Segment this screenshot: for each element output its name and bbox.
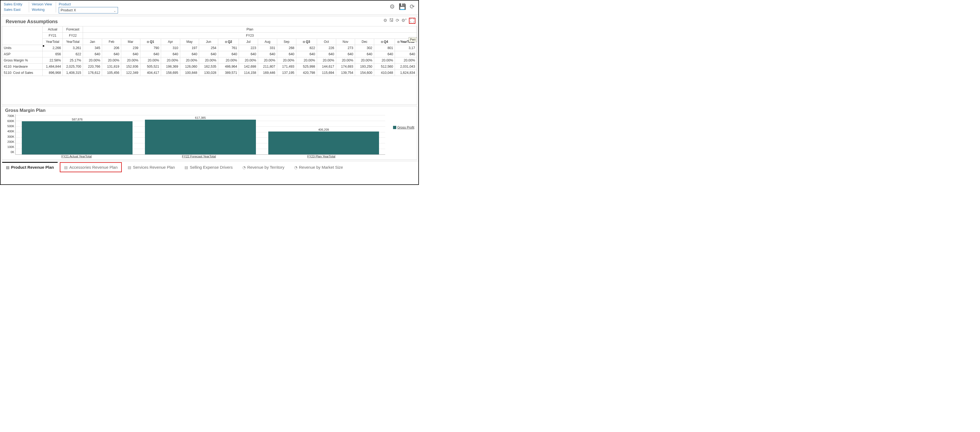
save-icon[interactable]: 💾	[399, 3, 406, 10]
grid-cell[interactable]: 822	[296, 45, 317, 51]
grid-cell[interactable]: 640	[277, 51, 296, 57]
grid-cell[interactable]: 2,266	[43, 45, 63, 51]
collapse-icon[interactable]: ⊟	[147, 40, 149, 43]
grid-cell[interactable]: 20.00%	[140, 57, 161, 64]
grid-cell[interactable]: 20.00%	[102, 57, 121, 64]
grid-cell[interactable]: 640	[355, 51, 374, 57]
grid-cell[interactable]: 640	[296, 51, 317, 57]
tab-revenue-by-market-size[interactable]: ◔Revenue by Market Size	[290, 163, 347, 172]
grid-cell[interactable]: 20.00%	[258, 57, 277, 64]
grid-cell[interactable]: 239	[121, 45, 140, 51]
grid-cell[interactable]: 211,807	[258, 64, 277, 70]
grid-cell[interactable]: 640	[239, 51, 258, 57]
grid-cell[interactable]: 154,600	[355, 70, 374, 76]
grid-cell[interactable]: 20.00%	[317, 57, 336, 64]
chart-legend[interactable]: Gross Profit	[393, 126, 414, 129]
grid-cell[interactable]: 640	[83, 51, 102, 57]
chart-bar[interactable]: 617,385	[145, 116, 256, 155]
grid-cell[interactable]: 410,048	[374, 70, 395, 76]
row-header[interactable]: Gross Margin %	[2, 57, 43, 64]
grid-cell[interactable]: 331	[258, 45, 277, 51]
colhdr-q3[interactable]: ⊟Q3	[296, 39, 317, 45]
grid-cell[interactable]: 25.17%	[63, 57, 83, 64]
tab-selling-expense-drivers[interactable]: ▤Selling Expense Drivers	[181, 163, 236, 172]
revenue-grid[interactable]: Actual Forecast Plan FY21 FY22 FY23 Year…	[2, 26, 417, 76]
colhdr-q2[interactable]: ⊟Q2	[218, 39, 239, 45]
panel-refresh-icon[interactable]: ⟳	[396, 18, 399, 24]
tab-product-revenue-plan[interactable]: ▤Product Revenue Plan	[2, 162, 58, 172]
panel-save-icon[interactable]: 🖫	[389, 18, 394, 24]
grid-cell[interactable]: 3,261	[63, 45, 83, 51]
grid-cell[interactable]: 20.00%	[121, 57, 140, 64]
grid-cell[interactable]: 22.58%	[43, 57, 63, 64]
grid-cell[interactable]: 389,571	[218, 70, 239, 76]
grid-cell[interactable]: 226	[317, 45, 336, 51]
grid-cell[interactable]: 404,417	[140, 70, 161, 76]
grid-cell[interactable]: 20.00%	[199, 57, 218, 64]
tab-revenue-by-territory[interactable]: ◔Revenue by Territory	[239, 163, 288, 172]
grid-cell[interactable]: 486,964	[218, 64, 239, 70]
grid-cell[interactable]: 273	[336, 45, 355, 51]
grid-cell[interactable]: 505,521	[140, 64, 161, 70]
grid-cell[interactable]: 640	[140, 51, 161, 57]
colhdr-q1[interactable]: ⊟Q1	[140, 39, 161, 45]
colhdr-q4[interactable]: ⊟Q4	[374, 39, 395, 45]
grid-cell[interactable]: 302	[355, 45, 374, 51]
grid-cell[interactable]: 622	[63, 51, 83, 57]
grid-cell[interactable]: 130,028	[199, 70, 218, 76]
panel-settings-icon[interactable]: ⚙	[383, 18, 387, 24]
grid-cell[interactable]: 2,031,043	[395, 64, 417, 70]
row-header[interactable]: ASP	[2, 51, 43, 57]
grid-cell[interactable]: 3,17	[395, 45, 417, 51]
grid-cell[interactable]: 656	[43, 51, 63, 57]
tab-accessories-revenue-plan[interactable]: ▤Accessories Revenue Plan	[60, 162, 122, 172]
grid-cell[interactable]: 1,624,834	[395, 70, 417, 76]
grid-cell[interactable]: 176,612	[83, 70, 102, 76]
grid-cell[interactable]: 20.00%	[336, 57, 355, 64]
grid-cell[interactable]: 640	[180, 51, 199, 57]
grid-cell[interactable]: 20.00%	[395, 57, 417, 64]
grid-cell[interactable]: 525,998	[296, 64, 317, 70]
grid-cell[interactable]: 144,617	[317, 64, 336, 70]
grid-cell[interactable]: 254	[199, 45, 218, 51]
product-select[interactable]: Product X ⌄	[59, 7, 118, 13]
grid-cell[interactable]: 20.00%	[239, 57, 258, 64]
settings-icon[interactable]: ⚙	[390, 3, 395, 10]
grid-cell[interactable]: 114,158	[239, 70, 258, 76]
chart-bar[interactable]: 587,876	[22, 118, 133, 155]
grid-cell[interactable]: 20.00%	[277, 57, 296, 64]
grid-cell[interactable]: 801	[374, 45, 395, 51]
grid-cell[interactable]: 640	[374, 51, 395, 57]
collapse-icon[interactable]: ⊟	[397, 40, 399, 43]
grid-cell[interactable]: 223	[239, 45, 258, 51]
grid-cell[interactable]: 171,493	[277, 64, 296, 70]
grid-cell[interactable]: 169,446	[258, 70, 277, 76]
grid-cell[interactable]: 20.00%	[83, 57, 102, 64]
grid-cell[interactable]: 896,968	[43, 70, 63, 76]
pov-entity[interactable]: Sales Entity Sales East	[2, 2, 29, 13]
row-header[interactable]: 5110: Cost of Sales	[2, 70, 43, 76]
grid-cell[interactable]: 640	[102, 51, 121, 57]
grid-cell[interactable]: 640	[218, 51, 239, 57]
collapse-icon[interactable]: ⊟	[225, 40, 227, 43]
grid-cell[interactable]: 1,408,315	[63, 70, 83, 76]
grid-cell[interactable]: 115,694	[317, 70, 336, 76]
grid-cell[interactable]: 20.00%	[161, 57, 180, 64]
grid-cell[interactable]: 193,250	[355, 64, 374, 70]
row-header[interactable]: 4110: Hardware	[2, 64, 43, 70]
grid-cell[interactable]: 206	[102, 45, 121, 51]
grid-cell[interactable]: 197	[180, 45, 199, 51]
grid-cell[interactable]: 139,754	[336, 70, 355, 76]
refresh-icon[interactable]: ⟳	[410, 3, 415, 10]
grid-cell[interactable]: 142,698	[239, 64, 258, 70]
maximize-icon[interactable]: ⛶	[409, 18, 415, 24]
grid-cell[interactable]: 2,025,700	[63, 64, 83, 70]
grid-cell[interactable]: 20.00%	[218, 57, 239, 64]
pov-version[interactable]: Version View Working	[29, 2, 56, 13]
grid-cell[interactable]: 131,819	[102, 64, 121, 70]
grid-cell[interactable]: 220,766	[83, 64, 102, 70]
collapse-icon[interactable]: ⊟	[303, 40, 305, 43]
grid-cell[interactable]: 20.00%	[374, 57, 395, 64]
grid-cell[interactable]: 100,848	[180, 70, 199, 76]
grid-cell[interactable]: 20.00%	[355, 57, 374, 64]
